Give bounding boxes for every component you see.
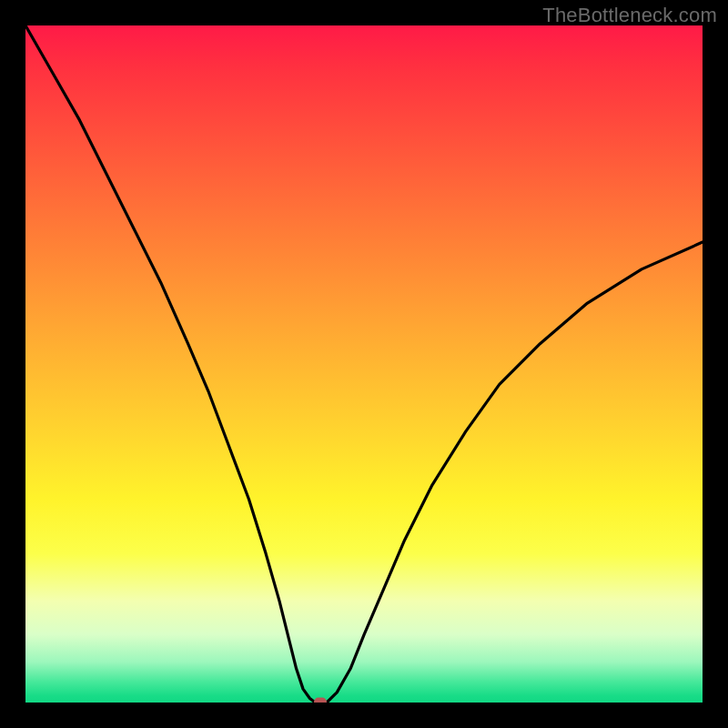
bottleneck-curve xyxy=(25,25,703,703)
plot-area xyxy=(25,25,703,703)
chart-frame: TheBottleneck.com xyxy=(0,0,728,728)
minimum-marker xyxy=(314,698,327,703)
watermark-text: TheBottleneck.com xyxy=(542,4,717,27)
